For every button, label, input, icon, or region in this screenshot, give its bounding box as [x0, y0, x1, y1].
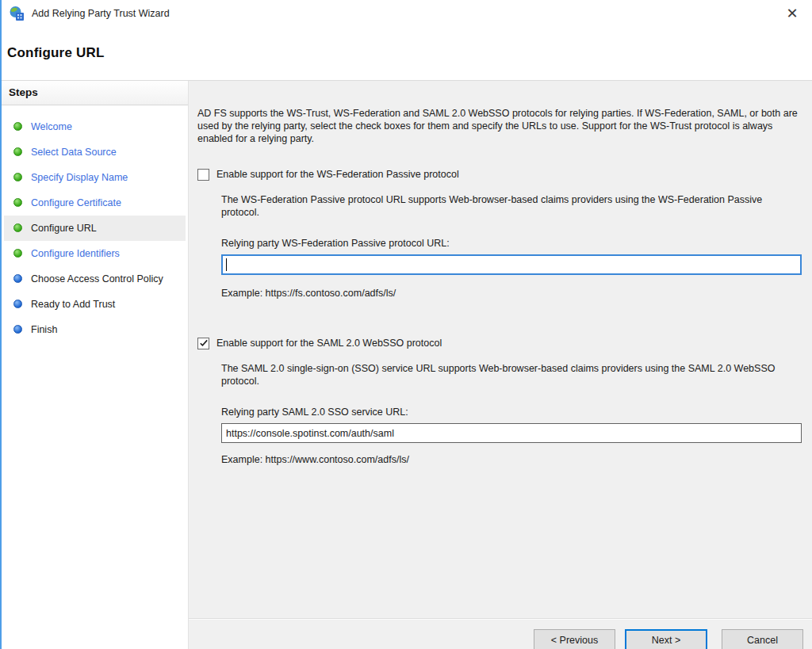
footer-divider-highlight — [189, 619, 812, 620]
saml-example-text: Example: https://www.contoso.com/adfs/ls… — [221, 453, 810, 466]
steps-header: Steps — [2, 81, 188, 105]
step-label: Configure Certificate — [31, 197, 121, 208]
completed-step-dot-icon — [13, 173, 22, 181]
sidebar-item-specify-display-name[interactable]: Specify Display Name — [4, 165, 186, 190]
adfs-wizard-app-icon — [9, 6, 25, 21]
steps-sidebar: Steps Welcome Select Data Source Specify… — [2, 81, 189, 649]
completed-step-dot-icon — [13, 249, 22, 258]
completed-step-dot-icon — [13, 223, 22, 232]
previous-button[interactable]: < Previous — [534, 629, 615, 649]
upcoming-step-dot-icon — [13, 274, 22, 283]
saml-checkbox-label: Enable support for the SAML 2.0 WebSSO p… — [216, 337, 442, 349]
step-label: Configure URL — [31, 223, 97, 234]
wsfed-checkbox-unchecked[interactable] — [197, 169, 209, 181]
configure-url-panel: AD FS supports the WS-Trust, WS-Federati… — [189, 81, 812, 649]
window-border — [0, 0, 2, 649]
sidebar-item-configure-certificate[interactable]: Configure Certificate — [4, 190, 186, 216]
wizard-body: Steps Welcome Select Data Source Specify… — [2, 80, 812, 649]
window-title: Add Relying Party Trust Wizard — [32, 8, 170, 19]
sidebar-item-finish: Finish — [4, 317, 186, 342]
cancel-button[interactable]: Cancel — [722, 629, 803, 649]
sidebar-item-configure-url[interactable]: Configure URL — [4, 216, 186, 241]
wsfed-url-label: Relying party WS-Federation Passive prot… — [221, 237, 810, 250]
sidebar-item-select-data-source[interactable]: Select Data Source — [4, 139, 186, 165]
completed-step-dot-icon — [13, 198, 22, 207]
step-label: Ready to Add Trust — [31, 299, 115, 310]
page-title: Configure URL — [7, 45, 105, 61]
sidebar-item-configure-identifiers[interactable]: Configure Identifiers — [4, 241, 186, 266]
step-label: Choose Access Control Policy — [31, 273, 163, 284]
upcoming-step-dot-icon — [13, 325, 22, 334]
upcoming-step-dot-icon — [13, 300, 22, 308]
wsfed-enable-checkbox-row[interactable]: Enable support for the WS-Federation Pas… — [197, 168, 810, 181]
step-label: Select Data Source — [31, 147, 117, 158]
saml-url-label: Relying party SAML 2.0 SSO service URL: — [221, 406, 810, 418]
title-bar: Add Relying Party Trust Wizard — [2, 0, 812, 27]
wsfed-example-text: Example: https://fs.contoso.com/adfs/ls/ — [221, 287, 810, 300]
sidebar-item-welcome[interactable]: Welcome — [4, 114, 186, 139]
step-label: Specify Display Name — [31, 172, 128, 183]
intro-text: AD FS supports the WS-Trust, WS-Federati… — [197, 107, 810, 145]
completed-step-dot-icon — [13, 147, 22, 156]
wsfed-description: The WS-Federation Passive protocol URL s… — [221, 193, 783, 219]
saml-checkbox-checked[interactable] — [197, 338, 209, 349]
next-button[interactable]: Next > — [625, 629, 707, 649]
step-label: Welcome — [31, 121, 72, 132]
completed-step-dot-icon — [13, 122, 22, 131]
saml-enable-checkbox-row[interactable]: Enable support for the SAML 2.0 WebSSO p… — [197, 337, 810, 349]
wsfed-checkbox-label: Enable support for the WS-Federation Pas… — [216, 168, 459, 181]
wsfed-url-input[interactable] — [221, 254, 802, 275]
saml-url-input[interactable] — [221, 423, 802, 443]
sidebar-item-ready-to-add-trust: Ready to Add Trust — [4, 292, 186, 317]
sidebar-item-choose-access-control-policy: Choose Access Control Policy — [4, 266, 186, 292]
text-caret — [226, 258, 227, 271]
saml-description: The SAML 2.0 single-sign-on (SSO) servic… — [221, 362, 808, 387]
step-label: Finish — [31, 324, 57, 335]
steps-list: Welcome Select Data Source Specify Displ… — [2, 105, 188, 342]
checkmark-icon — [199, 338, 209, 348]
close-icon[interactable]: ✕ — [782, 3, 802, 24]
step-label: Configure Identifiers — [31, 248, 120, 259]
